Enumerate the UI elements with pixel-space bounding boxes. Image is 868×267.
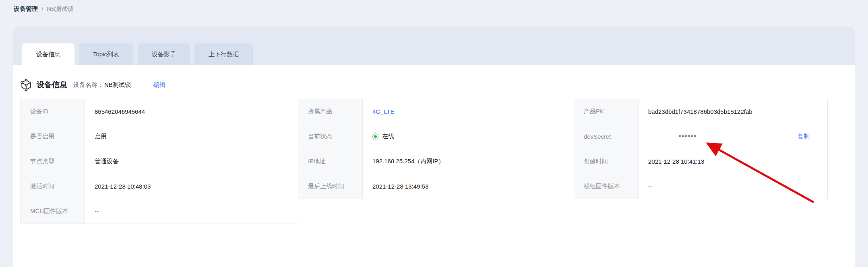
online-status-icon [372,134,378,140]
module-firmware-value: -- [639,174,828,199]
table-row: 节点类型 普通设备 IP地址 192.168.25.254（内网IP） 创建时间… [21,149,828,174]
field-label: 模组固件版本 [574,174,639,199]
last-online-time-value: 2021-12-28 13:49:53 [363,174,574,199]
tab-updown-data[interactable]: 上下行数据 [194,43,253,65]
field-label: 创建时间 [574,149,639,174]
device-name-label: 设备名称： [73,81,103,89]
table-row: MCU固件版本 -- [21,199,828,224]
dev-secret-cell: ****** 复制 [648,133,823,140]
breadcrumb-device-management[interactable]: 设备管理 [14,5,38,13]
tab-device-info[interactable]: 设备信息 [22,43,74,65]
empty-cell [574,199,639,224]
field-label: MCU固件版本 [21,199,85,224]
ip-address-value: 192.168.25.254（内网IP） [363,149,574,174]
field-label: 设备ID [21,99,85,124]
field-label: devSecret [574,124,639,149]
field-label: 节点类型 [21,149,85,174]
field-label: 激活时间 [21,174,85,199]
device-cube-icon [20,79,32,91]
copy-secret-button[interactable]: 复制 [798,133,810,140]
create-time-value: 2021-12-28 10:41:13 [639,149,828,174]
activate-time-value: 2021-12-28 10:48:03 [85,174,298,199]
breadcrumb: 设备管理 / NB测试锁 [14,5,73,13]
breadcrumb-current-device: NB测试锁 [47,5,73,13]
table-row: 激活时间 2021-12-28 10:48:03 最后上线时间 2021-12-… [21,174,828,199]
node-type-value: 普通设备 [85,149,298,174]
device-info-table: 设备ID 865462046945644 所属产品 4G_LTE 产品PK ba… [20,99,828,224]
breadcrumb-separator: / [41,6,43,12]
status-badge: 在线 [372,133,570,140]
device-id-value: 865462046945644 [85,99,298,124]
tab-content: 设备信息 设备名称： NB测试锁 编辑 设备ID 865462046945644… [13,79,855,224]
field-label: 当前状态 [298,124,363,149]
table-row: 是否启用 启用 当前状态 在线 devSecret ****** 复制 [21,124,828,149]
enabled-value: 启用 [85,124,298,149]
field-label: 最后上线时间 [298,174,363,199]
table-row: 设备ID 865462046945644 所属产品 4G_LTE 产品PK ba… [21,99,828,124]
device-name-value: NB测试锁 [104,81,131,89]
field-label: IP地址 [298,149,363,174]
tab-topic-list[interactable]: Topic列表 [79,43,133,65]
field-label: 产品PK [574,99,639,124]
field-label: 所属产品 [298,99,363,124]
empty-cell [298,199,363,224]
empty-cell [639,199,828,224]
tab-bar: 设备信息 Topic列表 设备影子 上下行数据 [13,27,855,65]
field-label: 是否启用 [21,124,85,149]
mcu-firmware-value: -- [85,199,298,224]
section-title: 设备信息 [37,80,67,90]
status-text: 在线 [382,133,394,140]
edit-device-name-button[interactable]: 编辑 [153,81,165,89]
tab-device-shadow[interactable]: 设备影子 [138,43,190,65]
device-info-header: 设备信息 设备名称： NB测试锁 编辑 [20,79,848,91]
masked-secret-value: ****** [679,134,697,140]
empty-cell [363,199,574,224]
device-detail-card: 设备信息 Topic列表 设备影子 上下行数据 设备信息 设备名称： NB测试锁… [13,27,855,267]
product-link[interactable]: 4G_LTE [372,108,395,115]
product-pk-value: bad23dbd1f73418786b03d5b15122fab [639,99,828,124]
